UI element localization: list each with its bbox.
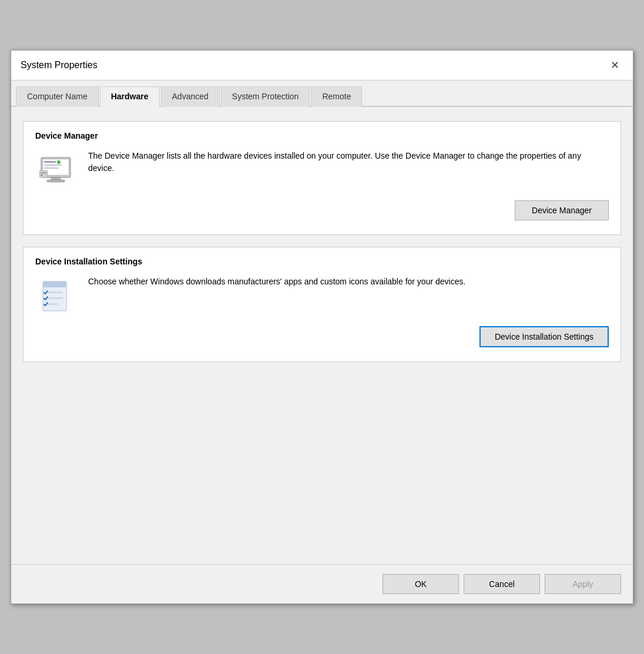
dialog-footer: OK Cancel Apply <box>11 564 633 603</box>
tab-remote[interactable]: Remote <box>311 86 362 107</box>
tab-hardware[interactable]: Hardware <box>100 86 160 107</box>
svg-point-5 <box>57 160 61 164</box>
svg-rect-7 <box>47 180 65 182</box>
svg-rect-12 <box>43 281 66 287</box>
svg-rect-15 <box>46 303 58 305</box>
svg-rect-2 <box>44 161 56 163</box>
device-installation-icon <box>35 276 76 317</box>
tab-content: Device Manager <box>11 107 633 564</box>
svg-rect-6 <box>51 177 61 180</box>
title-bar: System Properties ✕ <box>11 51 633 81</box>
svg-point-10 <box>41 175 43 176</box>
ok-button[interactable]: OK <box>383 574 459 594</box>
system-properties-dialog: System Properties ✕ Computer Name Hardwa… <box>11 50 633 604</box>
device-manager-btn-row: Device Manager <box>35 200 609 220</box>
device-installation-body: Choose whether Windows downloads manufac… <box>35 276 609 317</box>
window-title: System Properties <box>21 60 98 71</box>
svg-rect-9 <box>41 172 46 173</box>
apply-button[interactable]: Apply <box>545 574 621 594</box>
svg-rect-3 <box>44 165 62 166</box>
cancel-button[interactable]: Cancel <box>464 574 540 594</box>
device-installation-title: Device Installation Settings <box>35 257 609 266</box>
device-manager-body: The Device Manager lists all the hardwar… <box>35 150 609 191</box>
device-manager-icon <box>35 150 76 191</box>
content-spacer <box>23 374 621 550</box>
device-installation-btn-row: Device Installation Settings <box>35 326 609 347</box>
device-installation-settings-button[interactable]: Device Installation Settings <box>479 326 609 347</box>
device-manager-title: Device Manager <box>35 131 609 140</box>
svg-rect-8 <box>39 170 48 177</box>
svg-rect-4 <box>44 167 59 169</box>
device-manager-section: Device Manager <box>23 121 621 235</box>
tab-system-protection[interactable]: System Protection <box>221 86 310 107</box>
close-button[interactable]: ✕ <box>606 56 623 74</box>
tab-computer-name[interactable]: Computer Name <box>16 86 99 107</box>
device-manager-button[interactable]: Device Manager <box>515 200 609 220</box>
device-manager-svg <box>38 153 73 188</box>
device-installation-section: Device Installation Settings <box>23 247 621 362</box>
svg-rect-14 <box>46 297 63 299</box>
svg-rect-13 <box>46 291 63 293</box>
device-manager-description: The Device Manager lists all the hardwar… <box>88 150 609 175</box>
checklist-svg <box>38 279 73 314</box>
device-installation-description: Choose whether Windows downloads manufac… <box>88 276 609 288</box>
tab-bar: Computer Name Hardware Advanced System P… <box>11 81 633 107</box>
tab-advanced[interactable]: Advanced <box>161 86 220 107</box>
